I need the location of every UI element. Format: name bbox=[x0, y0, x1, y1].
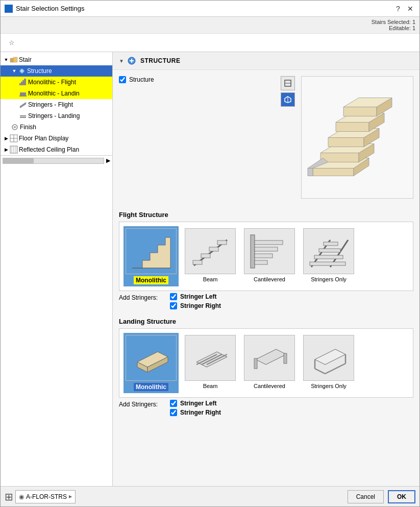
add-stringers-landing-row: Add Stringers: Stringer Left Stringer Ri… bbox=[119, 400, 413, 416]
section-collapse-arrow[interactable]: ▼ bbox=[119, 58, 124, 64]
structure-checkbox[interactable] bbox=[119, 76, 126, 83]
flight-structure-options: Monolithic bbox=[119, 222, 413, 291]
expand-icon-floor: ▶ bbox=[3, 135, 10, 142]
svg-marker-0 bbox=[6, 6, 12, 12]
sidebar: ▼ Stair ▼ bbox=[1, 52, 113, 486]
landing-stringer-left-checkbox[interactable] bbox=[170, 400, 177, 407]
layer-name-text: A-FLOR-STRS bbox=[26, 493, 67, 500]
stairs-selected-stat: Stairs Selected: 1 bbox=[372, 19, 415, 25]
stringers-landing-label: Stringers - Landing bbox=[28, 112, 80, 119]
toolbar: ☆ bbox=[1, 34, 419, 52]
landing-stringers-only-label: Stringers Only bbox=[311, 383, 347, 389]
flight-option-monolithic[interactable]: Monolithic bbox=[123, 226, 179, 286]
svg-rect-51 bbox=[193, 260, 202, 264]
landing-beam-img bbox=[185, 335, 236, 381]
add-stringers-flight-label: Add Stringers: bbox=[119, 293, 158, 301]
monolithic-landing-label: Monolithic - Landin bbox=[28, 90, 80, 97]
star-button[interactable]: ☆ bbox=[5, 36, 19, 50]
sidebar-item-finish[interactable]: Finish bbox=[1, 122, 112, 133]
flight-option-cantilevered[interactable]: Cantilevered bbox=[242, 226, 297, 286]
svg-rect-57 bbox=[255, 254, 273, 258]
editable-stat: Editable: 1 bbox=[389, 25, 415, 31]
flight-cantilevered-img bbox=[244, 228, 295, 274]
svg-rect-64 bbox=[319, 249, 340, 252]
flight-stringer-left-checkbox[interactable] bbox=[170, 293, 177, 300]
add-stringers-flight-row: Add Stringers: Stringer Left Stringer Ri… bbox=[119, 293, 413, 309]
cantilevered-flight-svg bbox=[248, 232, 291, 271]
help-button[interactable]: ? bbox=[393, 4, 403, 14]
svg-rect-9 bbox=[24, 79, 26, 85]
flight-cantilevered-label: Cantilevered bbox=[254, 276, 285, 282]
landing-stringer-right-label[interactable]: Stringer Right bbox=[170, 409, 221, 416]
stringers-only-landing-svg bbox=[307, 339, 351, 377]
landing-stringer-right-text: Stringer Right bbox=[180, 409, 221, 416]
svg-rect-54 bbox=[217, 240, 227, 245]
close-button[interactable]: ✕ bbox=[405, 4, 415, 14]
svg-rect-75 bbox=[284, 353, 287, 364]
2d-view-btn[interactable] bbox=[281, 76, 295, 90]
sidebar-item-structure[interactable]: ▼ Structure bbox=[1, 65, 112, 77]
floor-plan-icon bbox=[10, 134, 18, 142]
svg-marker-40 bbox=[336, 122, 369, 131]
flight-structure-label: Flight Structure bbox=[119, 211, 413, 219]
svg-rect-58 bbox=[255, 247, 278, 251]
svg-rect-63 bbox=[314, 255, 343, 259]
landing-stringer-left-text: Stringer Left bbox=[180, 400, 216, 407]
reflected-ceiling-icon bbox=[10, 146, 18, 154]
sidebar-item-stair[interactable]: ▼ Stair bbox=[1, 54, 112, 65]
sidebar-item-floor-plan[interactable]: ▶ Floor Plan Display bbox=[1, 133, 112, 144]
flight-stringer-right-checkbox[interactable] bbox=[170, 302, 177, 309]
landing-option-cantilevered[interactable]: Cantilevered bbox=[242, 333, 297, 393]
structure-left-col: Structure bbox=[119, 76, 275, 83]
landing-structure-section: Landing Structure bbox=[119, 318, 413, 416]
cancel-button[interactable]: Cancel bbox=[348, 490, 384, 503]
flight-option-stringers-only[interactable]: Stringers Only bbox=[301, 226, 356, 286]
beam-landing-svg bbox=[189, 339, 232, 377]
flight-stringer-right-text: Stringer Right bbox=[180, 302, 221, 309]
sidebar-item-monolithic-landing[interactable]: Monolithic - Landin bbox=[1, 88, 112, 99]
structure-icon bbox=[18, 67, 26, 75]
svg-line-80 bbox=[325, 364, 345, 374]
title-bar: Stair Selection Settings ? ✕ bbox=[1, 1, 419, 17]
landing-stringer-checkboxes: Stringer Left Stringer Right bbox=[170, 400, 221, 416]
svg-marker-37 bbox=[328, 137, 364, 147]
section-title: STRUCTURE bbox=[140, 57, 181, 64]
landing-cantilevered-img bbox=[244, 335, 295, 381]
flight-structure-section: Flight Structure bbox=[119, 211, 413, 309]
sidebar-item-monolithic-flight[interactable]: Monolithic - Flight bbox=[1, 77, 112, 88]
landing-monolithic-label: Monolithic bbox=[134, 383, 168, 391]
expand-icon-ceiling: ▶ bbox=[3, 146, 10, 153]
sidebar-item-stringers-flight[interactable]: Stringers - Flight bbox=[1, 99, 112, 110]
flight-monolithic-label: Monolithic bbox=[134, 276, 168, 284]
svg-line-79 bbox=[315, 369, 325, 374]
sidebar-item-stringers-landing[interactable]: Stringers - Landing bbox=[1, 110, 112, 122]
svg-rect-62 bbox=[310, 262, 345, 265]
content-area: ▼ STRUCTURE Structure bbox=[113, 52, 419, 486]
bottom-bar: ⊞ ◉ A-FLOR-STRS ▶ Cancel OK bbox=[1, 486, 419, 506]
landing-option-beam[interactable]: Beam bbox=[183, 333, 238, 393]
app-icon bbox=[5, 5, 13, 13]
finish-label: Finish bbox=[20, 124, 36, 131]
landing-stringer-left-label[interactable]: Stringer Left bbox=[170, 400, 221, 407]
landing-option-stringers-only[interactable]: Stringers Only bbox=[301, 333, 356, 393]
3d-view-btn[interactable] bbox=[281, 92, 295, 107]
structure-checkbox-label[interactable]: Structure bbox=[119, 76, 275, 83]
svg-marker-43 bbox=[343, 107, 377, 116]
stringers-only-flight-svg bbox=[307, 232, 351, 271]
landing-stringer-right-checkbox[interactable] bbox=[170, 409, 177, 416]
landing-option-monolithic[interactable]: Monolithic bbox=[123, 333, 179, 393]
reflected-ceiling-label: Reflected Ceiling Plan bbox=[19, 146, 79, 153]
ok-button[interactable]: OK bbox=[388, 490, 415, 503]
svg-rect-55 bbox=[251, 235, 255, 268]
cantilevered-landing-svg bbox=[248, 339, 291, 377]
horizontal-scrollbar[interactable] bbox=[3, 158, 104, 164]
layer-dropdown[interactable]: ◉ A-FLOR-STRS ▶ bbox=[15, 490, 76, 503]
flight-stringer-left-label[interactable]: Stringer Left bbox=[170, 293, 221, 300]
scroll-right-btn[interactable]: ▶ bbox=[106, 157, 110, 164]
svg-rect-2 bbox=[13, 57, 17, 62]
flight-stringer-right-label[interactable]: Stringer Right bbox=[170, 302, 221, 309]
svg-rect-74 bbox=[254, 358, 257, 369]
sidebar-item-reflected-ceiling[interactable]: ▶ Reflected Ceiling Plan bbox=[1, 144, 112, 155]
flight-option-beam[interactable]: Beam bbox=[183, 226, 238, 286]
svg-rect-10 bbox=[20, 92, 26, 96]
